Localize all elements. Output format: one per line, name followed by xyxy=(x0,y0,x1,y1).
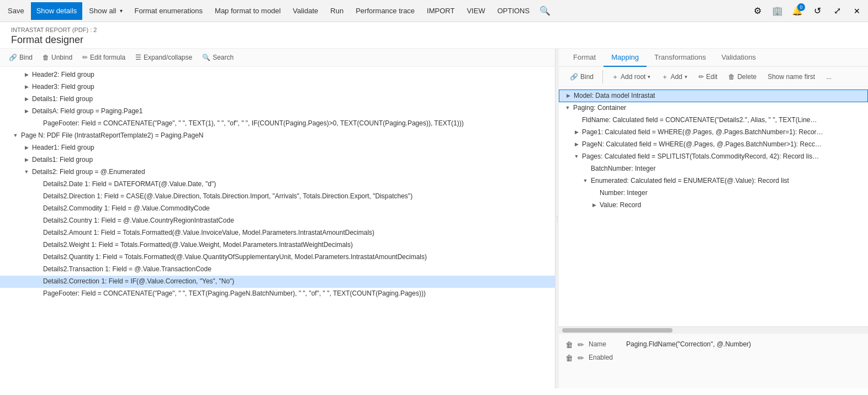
edit-formula-button[interactable]: ✏ Edit formula xyxy=(78,52,130,63)
name-row: 🗑 ✏ Name Paging.FldName("Correction", @.… xyxy=(565,338,861,351)
rtree-toggle-icon: ▼ xyxy=(581,177,590,185)
right-tree-item[interactable]: ▼Pages: Calculated field = SPLITLIST(Tot… xyxy=(559,151,868,163)
unbind-button[interactable]: 🗑 Unbind xyxy=(38,52,77,63)
tree-toggle-icon: ▶ xyxy=(22,83,31,91)
main-toolbar: Save Show details Show all Format enumer… xyxy=(0,0,868,22)
tab-mapping[interactable]: Mapping xyxy=(604,49,647,67)
right-tree-item[interactable]: ▶Model: Data model Intrastat xyxy=(559,89,868,102)
right-tree-item[interactable]: FldName: Calculated field = CONCATENATE(… xyxy=(559,114,868,127)
hscroll-thumb[interactable] xyxy=(562,328,673,333)
left-tree-item[interactable]: ▶Header2: Field group xyxy=(0,69,555,81)
left-tree-item[interactable]: Details2.Amount 1: Field = Totals.Format… xyxy=(0,227,555,239)
run-button[interactable]: Run xyxy=(325,2,349,20)
left-tree-item[interactable]: PageFooter: Field = CONCATENATE("Page", … xyxy=(0,288,555,300)
left-tree-item[interactable]: Details2.Quantity 1: Field = Totals.Form… xyxy=(0,251,555,264)
tree-toggle-icon: ▼ xyxy=(22,168,31,176)
page-header: INTRASTAT REPORT (PDF) : 2 Format design… xyxy=(0,22,868,49)
format-enumerations-button[interactable]: Format enumerations xyxy=(129,2,209,20)
horizontal-scrollbar[interactable] xyxy=(559,326,868,333)
left-tree-item[interactable]: PageFooter: Field = CONCATENATE("Page", … xyxy=(0,118,555,130)
add-root-button[interactable]: ＋ Add root xyxy=(607,71,655,83)
left-tree-item[interactable]: ▶Header3: Field group xyxy=(0,81,555,93)
right-tree-item[interactable]: ▼Paging: Container xyxy=(559,102,868,114)
left-tree-item[interactable]: Details2.Country 1: Field = @.Value.Coun… xyxy=(0,215,555,227)
left-tree-item[interactable]: Details2.Date 1: Field = DATEFORMAT(@.Va… xyxy=(0,178,555,191)
right-bind-button[interactable]: 🔗 Bind xyxy=(565,71,598,82)
edit-button[interactable]: ✏ Edit xyxy=(694,71,722,82)
right-tree-item[interactable]: BatchNumber: Integer xyxy=(559,163,868,175)
delete-enabled-icon[interactable]: 🗑 xyxy=(565,354,573,362)
tree-item-text: Details2.Quantity 1: Field = Totals.Form… xyxy=(42,252,427,262)
right-tree: ▶Model: Data model Intrastat▼Paging: Con… xyxy=(559,87,868,326)
left-tree-item[interactable]: Details2.Commodity 1: Field = @.Value.Co… xyxy=(0,203,555,215)
import-button[interactable]: IMPORT xyxy=(421,2,460,20)
left-tree-item[interactable]: Details2.Transaction 1: Field = @.Value.… xyxy=(0,264,555,276)
show-all-button[interactable]: Show all xyxy=(83,2,128,20)
left-tree-item[interactable]: Details2.Weight 1: Field = Totals.Format… xyxy=(0,239,555,251)
search-icon: 🔍 xyxy=(202,54,210,61)
view-button[interactable]: VIEW xyxy=(461,2,490,20)
notification-badge[interactable]: 🔔 0 xyxy=(788,2,806,20)
tab-format[interactable]: Format xyxy=(565,49,604,67)
left-tree-item[interactable]: Details2.Direction 1: Field = CASE(@.Val… xyxy=(0,191,555,203)
map-format-to-model-button[interactable]: Map format to model xyxy=(209,2,286,20)
rtree-toggle-icon: ▶ xyxy=(564,92,573,99)
expand-collapse-button[interactable]: ☰ Expand/collapse xyxy=(131,52,197,63)
more-options-button[interactable]: ... xyxy=(822,71,836,82)
tree-item-text: Details2.Commodity 1: Field = @.Value.Co… xyxy=(42,204,210,213)
edit-enabled-icon[interactable]: ✏ xyxy=(578,354,584,362)
tab-transformations[interactable]: Transformations xyxy=(647,49,713,67)
show-name-first-button[interactable]: Show name first xyxy=(763,71,819,82)
tree-item-text: DetailsA: Field group = Paging.Page1 xyxy=(31,107,142,116)
right-tree-item[interactable]: Number: Integer xyxy=(559,187,868,199)
left-tree-item[interactable]: ▶Header1: Field group xyxy=(0,142,555,154)
rtree-item-text: Page1: Calculated field = WHERE(@.Pages,… xyxy=(581,128,823,137)
office-icon-button[interactable]: 🏢 xyxy=(769,2,786,20)
left-tree-item[interactable]: Details2.Correction 1: Field = IF(@.Valu… xyxy=(0,276,555,288)
refresh-button[interactable]: ↺ xyxy=(808,2,826,20)
left-tree-item[interactable]: ▼Details2: Field group = @.Enumerated xyxy=(0,166,555,178)
add-button[interactable]: ＋ Add xyxy=(657,71,691,83)
delete-button[interactable]: 🗑 Delete xyxy=(724,71,761,82)
save-button[interactable]: Save xyxy=(2,2,30,20)
add-icon: ＋ xyxy=(661,72,668,82)
bind-button[interactable]: 🔗 Bind xyxy=(4,52,37,63)
main-layout: 🔗 Bind 🗑 Unbind ✏ Edit formula ☰ Expand/… xyxy=(0,49,868,388)
options-button[interactable]: OPTIONS xyxy=(492,2,536,20)
tree-item-text: Details1: Field group xyxy=(31,94,93,104)
settings-icon-button[interactable]: ⚙ xyxy=(749,2,766,20)
right-tree-item[interactable]: ▶Value: Record xyxy=(559,199,868,212)
window-controls-area: ⚙ 🏢 🔔 0 ↺ ⤢ ✕ xyxy=(749,2,866,20)
rtree-item-text: Enumerated: Calculated field = ENUMERATE… xyxy=(590,176,789,186)
tree-item-text: Details2.Direction 1: Field = CASE(@.Val… xyxy=(42,192,412,201)
left-tree-item[interactable]: ▶Details1: Field group xyxy=(0,93,555,106)
tree-item-text: Details1: Field group xyxy=(31,155,93,165)
tree-item-text: PageFooter: Field = CONCATENATE("Page", … xyxy=(42,119,464,128)
right-tree-item[interactable]: ▶PageN: Calculated field = WHERE(@.Pages… xyxy=(559,139,868,151)
right-tree-item[interactable]: ▶Page1: Calculated field = WHERE(@.Pages… xyxy=(559,127,868,139)
tree-item-text: Details2.Country 1: Field = @.Value.Coun… xyxy=(42,216,234,225)
show-details-button[interactable]: Show details xyxy=(31,2,83,20)
rtree-item-text: Value: Record xyxy=(599,201,641,210)
left-tree-item[interactable]: ▶DetailsA: Field group = Paging.Page1 xyxy=(0,106,555,118)
delete-name-icon[interactable]: 🗑 xyxy=(565,340,573,349)
unbind-icon: 🗑 xyxy=(43,54,49,61)
formula-icon: ✏ xyxy=(82,54,88,61)
search-button[interactable]: 🔍 Search xyxy=(198,52,238,63)
right-tree-item[interactable]: ▼Enumerated: Calculated field = ENUMERAT… xyxy=(559,175,868,187)
close-button[interactable]: ✕ xyxy=(848,2,866,20)
rtree-toggle-icon: ▶ xyxy=(572,129,581,136)
tab-validations[interactable]: Validations xyxy=(713,49,764,67)
notification-count: 0 xyxy=(797,3,805,11)
tree-item-text: Page N: PDF File (IntrastatReportTemplat… xyxy=(20,131,204,140)
tree-toggle-icon: ▶ xyxy=(22,144,31,151)
edit-name-icon[interactable]: ✏ xyxy=(578,340,584,349)
performance-trace-button[interactable]: Performance trace xyxy=(350,2,420,20)
search-icon-button[interactable]: 🔍 xyxy=(536,2,554,20)
rtree-item-text: Number: Integer xyxy=(599,188,648,198)
maximize-button[interactable]: ⤢ xyxy=(828,2,846,20)
validate-button[interactable]: Validate xyxy=(287,2,324,20)
left-tree-item[interactable]: ▶Details1: Field group xyxy=(0,154,555,166)
left-tree-item[interactable]: ▼Page N: PDF File (IntrastatReportTempla… xyxy=(0,130,555,142)
rtree-toggle-icon: ▼ xyxy=(563,104,572,112)
